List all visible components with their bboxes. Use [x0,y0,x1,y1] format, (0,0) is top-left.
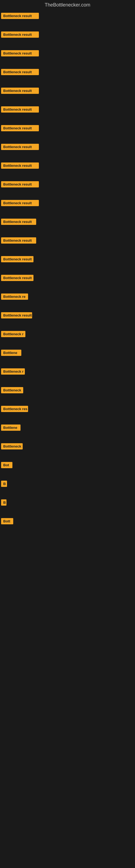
bottleneck-result-item: Bottleneck result [0,236,135,246]
bottleneck-badge: Bottlene [1,425,20,431]
bottleneck-result-item: Bottlene [0,423,135,433]
bottleneck-result-item: Bottleneck result [0,311,135,321]
bottleneck-badge: Bottleneck result [1,219,36,225]
bottleneck-result-item: B [0,498,135,508]
bottleneck-result-item: Bottleneck result [0,273,135,284]
bottleneck-result-item: Bottleneck result [0,86,135,97]
bottleneck-result-item: Bottleneck result [0,67,135,78]
bottleneck-result-item: Bottlene [0,348,135,359]
bottleneck-badge: Bottleneck r [1,331,26,337]
bottleneck-badge: Bottleneck result [1,88,39,94]
bottleneck-result-item: Bottleneck [0,442,135,452]
bottleneck-badge: Bottleneck [1,443,23,450]
bottleneck-result-item: Bottleneck res [0,404,135,415]
bottleneck-badge: Bottleneck result [1,162,39,169]
bottleneck-badge: Bottleneck result [1,69,39,75]
bottleneck-badge: Bottleneck result [1,13,39,19]
bottleneck-badge: Bottleneck re [1,293,28,300]
bottleneck-result-item: Bottleneck r [0,329,135,340]
bottleneck-result-item: Bottleneck result [0,11,135,22]
bottleneck-result-item: Bottleneck result [0,123,135,134]
bottleneck-badge: B [1,480,7,487]
bottleneck-result-item: Bottleneck result [0,105,135,115]
bottleneck-result-item: Bottleneck result [0,254,135,265]
bottleneck-result-item: Bottleneck result [0,30,135,40]
bottleneck-result-item: Bottleneck result [0,198,135,209]
bottleneck-result-item: Bottleneck re [0,292,135,303]
bottleneck-badge: Bottlene [1,350,21,356]
bottleneck-result-item: Bottleneck result [0,142,135,153]
bottleneck-result-item: Bottleneck result [0,180,135,190]
bottleneck-badge: Bottleneck result [1,31,39,38]
bottleneck-badge: Bottleneck result [1,181,39,187]
bottleneck-result-item: Bottleneck result [0,49,135,59]
bottleneck-badge: Bottleneck result [1,144,39,150]
bottleneck-result-item: Bottleneck [0,385,135,396]
bottleneck-badge: Bottleneck [1,387,23,393]
site-title: TheBottlenecker.com [0,0,135,11]
bottleneck-badge: Bottleneck result [1,237,36,244]
bottleneck-badge: Bottleneck result [1,312,32,318]
bottleneck-badge: Bottleneck result [1,125,39,131]
bottleneck-badge: B [1,499,6,506]
bottleneck-result-item: B [0,479,135,490]
bottleneck-badge: Bot [1,462,12,468]
bottleneck-badge: Bottleneck res [1,406,28,412]
bottleneck-badge: Bottleneck result [1,256,34,262]
bottleneck-result-item: Bott [0,517,135,527]
bottleneck-badge: Bottleneck r [1,368,25,375]
bottleneck-result-item: Bottleneck result [0,217,135,227]
bottleneck-result-item: Bot [0,460,135,471]
bottleneck-result-item: Bottleneck result [0,161,135,172]
bottleneck-result-item: Bottleneck r [0,367,135,377]
bottleneck-badge: Bottleneck result [1,200,39,206]
items-container: Bottleneck resultBottleneck resultBottle… [0,11,135,527]
bottleneck-badge: Bottleneck result [1,106,39,113]
bottleneck-badge: Bottleneck result [1,275,34,281]
bottleneck-badge: Bottleneck result [1,50,39,56]
bottleneck-badge: Bott [1,518,13,524]
